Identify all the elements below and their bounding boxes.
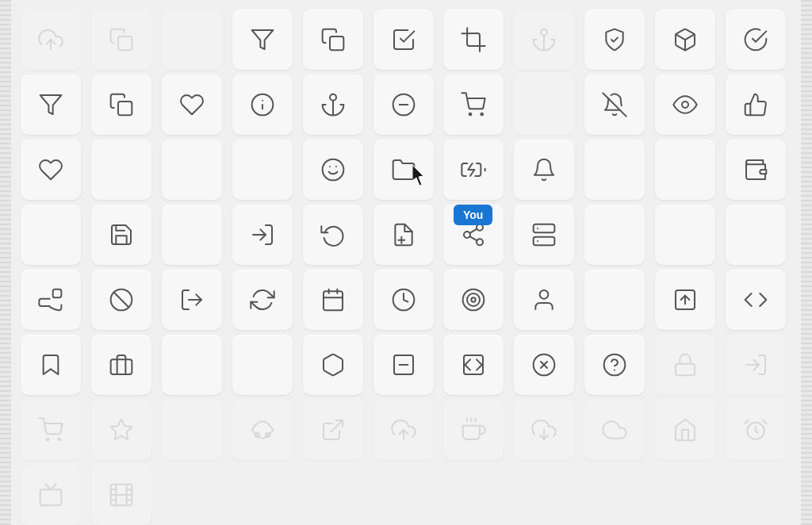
- upload-cloud-icon[interactable]: [21, 10, 81, 70]
- svg-point-12: [330, 94, 336, 101]
- calendar-icon[interactable]: [303, 270, 363, 330]
- copy-square-icon[interactable]: [303, 10, 363, 70]
- svg-point-48: [540, 290, 549, 299]
- info-circle-icon[interactable]: [232, 75, 293, 135]
- cart-icon[interactable]: [443, 75, 504, 135]
- cloud-icon[interactable]: [584, 400, 645, 460]
- icon-grid: [8, 3, 804, 525]
- svg-rect-51: [111, 359, 132, 374]
- blank16-icon[interactable]: [162, 400, 222, 460]
- lock-icon[interactable]: [655, 335, 715, 395]
- heart-icon[interactable]: [162, 75, 222, 135]
- svg-point-29: [477, 239, 483, 245]
- bell-off2-icon[interactable]: [514, 140, 574, 200]
- thumbs-up-icon[interactable]: [726, 75, 786, 135]
- blank15-icon[interactable]: [232, 335, 293, 395]
- filter2-icon[interactable]: [21, 75, 81, 135]
- svg-point-19: [682, 102, 688, 108]
- box2-icon[interactable]: [303, 335, 363, 395]
- log-out-icon[interactable]: [162, 270, 222, 330]
- blank9-icon[interactable]: [162, 205, 222, 265]
- svg-point-16: [469, 113, 472, 116]
- target-icon[interactable]: [443, 270, 504, 330]
- copy-icon[interactable]: [91, 10, 151, 70]
- svg-rect-54: [464, 355, 483, 374]
- svg-point-27: [477, 224, 483, 231]
- svg-point-17: [481, 113, 484, 116]
- download-icon[interactable]: [514, 400, 574, 460]
- external-link-icon[interactable]: [303, 400, 363, 460]
- code-icon[interactable]: [726, 270, 786, 330]
- check-circle2-icon[interactable]: [726, 10, 786, 70]
- battery-charging-icon[interactable]: [443, 140, 504, 200]
- anchor2-icon[interactable]: [514, 10, 574, 70]
- blank7-icon[interactable]: [655, 140, 715, 200]
- blank14-icon[interactable]: [162, 335, 222, 395]
- ai-canvas-icon[interactable]: [443, 335, 504, 395]
- home-icon[interactable]: [655, 400, 715, 460]
- minus-square-icon[interactable]: [373, 335, 434, 395]
- svg-rect-3: [330, 36, 343, 50]
- svg-rect-33: [534, 237, 555, 246]
- tv-icon[interactable]: [21, 465, 81, 525]
- icon-grid-wrapper: You: [0, 0, 812, 525]
- svg-marker-2: [251, 30, 273, 49]
- upload2-icon[interactable]: [373, 400, 434, 460]
- svg-rect-8: [118, 102, 132, 115]
- blank6-icon[interactable]: [584, 140, 645, 200]
- save-icon[interactable]: [91, 205, 151, 265]
- log-in-icon[interactable]: [232, 205, 293, 265]
- blank4-icon[interactable]: [162, 140, 222, 200]
- svg-point-58: [604, 354, 626, 376]
- blank10-icon[interactable]: [584, 205, 645, 265]
- svg-line-66: [331, 420, 343, 432]
- star-icon[interactable]: [91, 400, 151, 460]
- server-icon[interactable]: [514, 205, 574, 265]
- clock-icon[interactable]: [373, 270, 434, 330]
- bezier-icon[interactable]: [232, 400, 293, 460]
- svg-rect-73: [40, 489, 62, 505]
- help-circle-icon[interactable]: [584, 335, 645, 395]
- blank11-icon[interactable]: [655, 205, 715, 265]
- copy-files-icon[interactable]: [21, 270, 81, 330]
- svg-point-45: [463, 289, 485, 311]
- blank12-icon[interactable]: [726, 205, 786, 265]
- copy3-icon[interactable]: [91, 75, 151, 135]
- blank2-icon[interactable]: [514, 75, 574, 135]
- blank5-icon[interactable]: [232, 140, 293, 200]
- ban-icon[interactable]: [91, 270, 151, 330]
- minus-circle-icon[interactable]: [373, 75, 434, 135]
- shield-check-icon[interactable]: [584, 10, 645, 70]
- coffee-icon[interactable]: [443, 400, 504, 460]
- anchor3-icon[interactable]: [303, 75, 363, 135]
- cart2-icon[interactable]: [21, 400, 81, 460]
- user-circle-icon[interactable]: [514, 270, 574, 330]
- blank3-icon[interactable]: [91, 140, 151, 200]
- eye-icon[interactable]: [655, 75, 715, 135]
- log-in2-icon[interactable]: [726, 335, 786, 395]
- x-circle-icon[interactable]: [514, 335, 574, 395]
- wallet-icon[interactable]: [726, 140, 786, 200]
- briefcase-icon[interactable]: [91, 335, 151, 395]
- folder-icon[interactable]: [373, 140, 434, 200]
- bookmark-icon[interactable]: [21, 335, 81, 395]
- rotate-icon[interactable]: [303, 205, 363, 265]
- bell-off-icon[interactable]: [584, 75, 645, 135]
- share-icon[interactable]: [443, 205, 504, 265]
- alarm-icon[interactable]: [726, 400, 786, 460]
- smile-icon[interactable]: [303, 140, 363, 200]
- film-icon[interactable]: [91, 465, 151, 525]
- svg-point-46: [467, 293, 480, 306]
- refresh-icon[interactable]: [232, 270, 293, 330]
- blank13-icon[interactable]: [584, 270, 645, 330]
- crop-icon[interactable]: [443, 10, 504, 70]
- filter-icon[interactable]: [232, 10, 293, 70]
- checkbox-check-icon[interactable]: [373, 10, 434, 70]
- export-icon[interactable]: [373, 205, 434, 265]
- blank-icon[interactable]: [162, 10, 222, 70]
- heart2-icon[interactable]: [21, 140, 81, 200]
- svg-point-62: [47, 439, 49, 441]
- blank8-icon[interactable]: [21, 205, 81, 265]
- image-upload-icon[interactable]: [655, 270, 715, 330]
- box3d-icon[interactable]: [655, 10, 715, 70]
